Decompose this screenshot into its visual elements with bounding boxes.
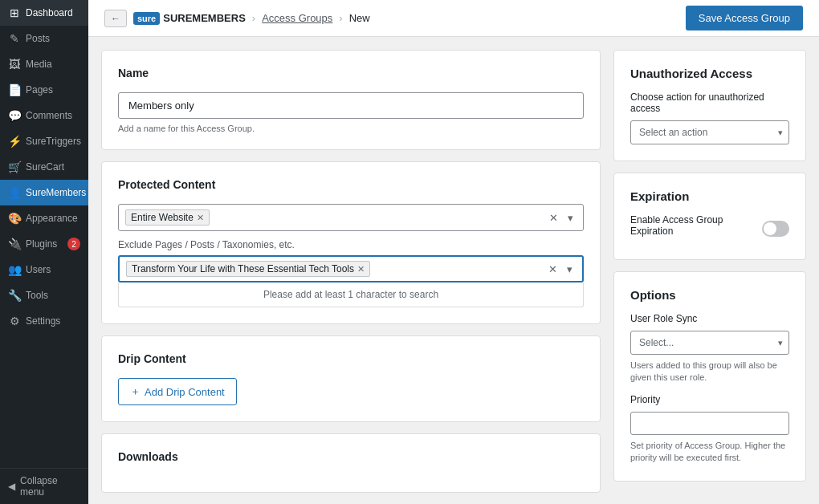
- sidebar-item-posts[interactable]: ✎ Posts: [0, 26, 88, 51]
- sidebar-item-settings[interactable]: ⚙ Settings: [0, 308, 88, 334]
- save-access-group-button[interactable]: Save Access Group: [686, 6, 803, 30]
- sidebar-item-plugins[interactable]: 🔌 Plugins 2: [0, 231, 88, 257]
- exclude-input-wrapper[interactable]: Transform Your Life with These Essential…: [118, 255, 584, 282]
- action-select[interactable]: Select an action: [630, 120, 789, 144]
- sidebar-item-pages[interactable]: 📄 Pages: [0, 77, 88, 103]
- options-card: Options User Role Sync Select... ▾ Users…: [613, 271, 806, 482]
- exclude-label: Exclude Pages / Posts / Taxonomies, etc.: [118, 239, 584, 250]
- right-column: Unauthorized Access Choose action for un…: [613, 50, 806, 491]
- tag-actions: ✕ ▾: [546, 210, 577, 226]
- tag-remove-button[interactable]: ✕: [197, 213, 204, 223]
- content-area: Name Add a name for this Access Group. P…: [88, 37, 819, 504]
- drip-content-card: Drip Content ＋ Add Drip Content: [101, 335, 601, 422]
- action-label: Choose action for unauthorized access: [630, 91, 789, 114]
- name-input[interactable]: [118, 92, 584, 119]
- sidebar-item-appearance[interactable]: 🎨 Appearance: [0, 205, 88, 231]
- exclude-tag: Transform Your Life with These Essential…: [126, 261, 370, 277]
- entire-website-tag: Entire Website ✕: [125, 209, 210, 226]
- sidebar-item-surecart[interactable]: 🛒 SureCart: [0, 154, 88, 180]
- tools-icon: 🔧: [8, 289, 21, 302]
- protected-content-card: Protected Content Entire Website ✕ ✕ ▾ E…: [101, 161, 601, 324]
- suretriggers-icon: ⚡: [8, 135, 21, 148]
- media-icon: 🖼: [8, 58, 21, 71]
- unauthorized-access-title: Unauthorized Access: [630, 67, 789, 80]
- toggle-knob: [764, 222, 776, 235]
- collapse-icon: ◀: [8, 481, 15, 492]
- topbar: ← sure SUREMEMBERS › Access Groups › New…: [88, 0, 819, 37]
- user-role-hint: Users added to this group will also be g…: [630, 360, 789, 384]
- clear-exclude-button[interactable]: ✕: [545, 262, 560, 277]
- name-hint: Add a name for this Access Group.: [118, 124, 584, 133]
- sidebar-item-media[interactable]: 🖼 Media: [0, 51, 88, 77]
- plus-icon: ＋: [130, 384, 141, 399]
- protected-content-title: Protected Content: [118, 178, 584, 191]
- name-card: Name Add a name for this Access Group.: [101, 50, 601, 150]
- downloads-card: Downloads: [101, 433, 601, 493]
- action-select-wrapper: Select an action ▾: [630, 120, 789, 144]
- exclude-tag-label: Transform Your Life with These Essential…: [132, 263, 354, 274]
- user-role-sync-label: User Role Sync: [630, 313, 789, 324]
- breadcrumb-sep-2: ›: [339, 12, 342, 24]
- expiration-toggle[interactable]: [762, 221, 789, 237]
- breadcrumb-sep-1: ›: [252, 12, 255, 24]
- plugins-icon: 🔌: [8, 238, 21, 250]
- name-card-title: Name: [118, 67, 584, 79]
- breadcrumb-new: New: [349, 12, 370, 24]
- topbar-left: ← sure SUREMEMBERS › Access Groups › New: [104, 10, 370, 27]
- breadcrumb-access-groups[interactable]: Access Groups: [262, 12, 332, 24]
- protected-content-input[interactable]: Entire Website ✕ ✕ ▾: [118, 204, 584, 231]
- exclude-tag-actions: ✕ ▾: [545, 262, 576, 277]
- left-column: Name Add a name for this Access Group. P…: [101, 50, 601, 491]
- add-drip-content-button[interactable]: ＋ Add Drip Content: [118, 378, 237, 405]
- clear-tags-button[interactable]: ✕: [546, 210, 561, 226]
- expiration-card: Expiration Enable Access Group Expiratio…: [613, 173, 806, 260]
- sidebar-item-dashboard[interactable]: ⊞ Dashboard: [0, 0, 88, 26]
- downloads-title: Downloads: [118, 450, 584, 463]
- comments-icon: 💬: [8, 109, 21, 122]
- search-dropdown: Please add at least 1 character to searc…: [118, 282, 584, 307]
- user-role-select[interactable]: Select...: [630, 331, 789, 355]
- exclude-tag-remove[interactable]: ✕: [357, 264, 365, 274]
- appearance-icon: 🎨: [8, 212, 21, 225]
- options-title: Options: [630, 288, 789, 302]
- users-icon: 👥: [8, 263, 21, 276]
- brand-logo: sure SUREMEMBERS: [133, 12, 246, 25]
- expand-tags-button[interactable]: ▾: [564, 210, 577, 226]
- user-role-select-wrapper: Select... ▾: [630, 331, 789, 355]
- settings-icon: ⚙: [8, 315, 21, 327]
- main-content: ← sure SUREMEMBERS › Access Groups › New…: [88, 0, 819, 504]
- unauthorized-access-card: Unauthorized Access Choose action for un…: [613, 50, 806, 161]
- expiration-row: Enable Access Group Expiration: [630, 214, 789, 243]
- posts-icon: ✎: [8, 32, 21, 45]
- sidebar-item-comments[interactable]: 💬 Comments: [0, 103, 88, 128]
- dashboard-icon: ⊞: [8, 6, 21, 19]
- priority-hint: Set priority of Access Group. Higher the…: [630, 440, 789, 465]
- surecart-icon: 🛒: [8, 161, 21, 173]
- priority-input[interactable]: [630, 412, 789, 435]
- priority-label: Priority: [630, 394, 789, 405]
- sidebar-item-tools[interactable]: 🔧 Tools: [0, 282, 88, 308]
- sidebar: ⊞ Dashboard ✎ Posts 🖼 Media 📄 Pages 💬 Co…: [0, 0, 88, 504]
- drip-content-title: Drip Content: [118, 352, 584, 365]
- enable-expiration-label: Enable Access Group Expiration: [630, 214, 762, 237]
- sidebar-item-users[interactable]: 👥 Users: [0, 257, 88, 282]
- suremembers-icon: 👤: [8, 186, 21, 199]
- exclude-input-container: Transform Your Life with These Essential…: [118, 255, 584, 307]
- plugins-badge: 2: [67, 238, 80, 250]
- sidebar-item-suremembers[interactable]: 👤 SureMembers: [0, 180, 88, 205]
- sidebar-item-suretriggers[interactable]: ⚡ SureTriggers: [0, 128, 88, 154]
- pages-icon: 📄: [8, 83, 21, 96]
- brand-icon: sure: [133, 12, 160, 25]
- expiration-title: Expiration: [630, 189, 789, 203]
- tag-label: Entire Website: [131, 212, 194, 223]
- back-button[interactable]: ←: [104, 10, 127, 27]
- expand-exclude-button[interactable]: ▾: [564, 262, 576, 277]
- collapse-menu-button[interactable]: ◀ Collapse menu: [0, 468, 88, 504]
